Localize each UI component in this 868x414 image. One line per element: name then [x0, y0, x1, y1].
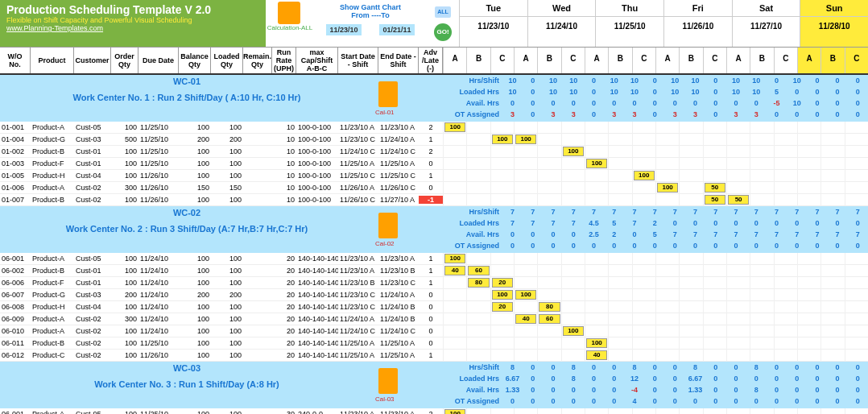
- app-title: Production Scheduling Template V 2.0: [6, 3, 259, 16]
- stat-cell: 0: [584, 375, 604, 383]
- stat-cell: 0: [807, 363, 827, 371]
- day-column: Tue11/23/10: [459, 0, 527, 47]
- gantt-cell: [585, 194, 608, 206]
- data-row[interactable]: 06-012 Product-C Cust-02 100 11/26/10 10…: [0, 350, 868, 362]
- cell-end: 11/25/10 C: [378, 172, 419, 180]
- data-row[interactable]: 01-002 Product-B Cust-01 100 11/25/10 10…: [0, 146, 868, 158]
- date-to-input[interactable]: 01/21/11: [379, 24, 414, 35]
- cell-loaded: 150: [211, 184, 243, 192]
- gantt-bar[interactable]: 100: [586, 338, 607, 348]
- data-row[interactable]: 06-011 Product-B Cust-02 100 11/25/10 10…: [0, 337, 868, 350]
- calendar-icon[interactable]: [378, 368, 398, 394]
- day-column: Sat11/27/10: [732, 0, 800, 47]
- stat-cell: 0: [584, 110, 604, 118]
- gantt-cell: [466, 289, 490, 301]
- calendar-icon[interactable]: [378, 213, 398, 238]
- stat-cell: 7: [502, 219, 523, 227]
- gantt-bar[interactable]: 60: [468, 266, 489, 275]
- gantt-bar[interactable]: 80: [468, 278, 489, 288]
- gantt-bar[interactable]: 20: [492, 302, 513, 312]
- gantt-cell: 100: [585, 337, 608, 350]
- cell-end: 11/25/10 A: [378, 351, 419, 359]
- stat-cell: 0: [705, 219, 725, 227]
- gantt-bar[interactable]: 50: [728, 195, 749, 205]
- shift-letter: C: [845, 48, 868, 73]
- gantt-bar[interactable]: 100: [492, 135, 513, 144]
- data-row[interactable]: 06-001 Product-A Cust-05 100 11/25/10 10…: [0, 408, 868, 414]
- gantt-bar[interactable]: 40: [586, 350, 607, 360]
- gantt-cell: [561, 158, 585, 170]
- data-row[interactable]: 01-004 Product-G Cust-03 500 11/25/10 20…: [0, 134, 868, 146]
- gantt-cell: [490, 350, 514, 362]
- gantt-bar[interactable]: 100: [563, 147, 584, 156]
- gantt-cell: [845, 337, 868, 350]
- gantt-cell: [490, 194, 514, 206]
- data-row[interactable]: 06-006 Product-F Cust-01 100 11/24/10 10…: [0, 277, 868, 289]
- day-name: Sat: [733, 0, 800, 17]
- all-button[interactable]: ALL: [435, 6, 451, 18]
- data-row[interactable]: 01-005 Product-H Cust-04 100 11/26/10 10…: [0, 170, 868, 182]
- day-name: Tue: [460, 0, 527, 17]
- stat-cell: 0: [807, 88, 827, 96]
- gantt-bar[interactable]: 100: [492, 290, 513, 300]
- gantt-bar[interactable]: 40: [515, 314, 536, 324]
- stat-cell: 0: [685, 242, 705, 250]
- stat-cell: 0: [848, 219, 868, 227]
- gantt-area: 2080: [443, 301, 868, 313]
- gantt-cell: [845, 277, 868, 289]
- gantt-bar[interactable]: 100: [444, 122, 465, 132]
- gantt-bar[interactable]: 100: [657, 183, 678, 193]
- stat-cell: 0: [705, 88, 725, 96]
- gantt-bar[interactable]: 100: [444, 409, 465, 415]
- cell-balance: 100: [179, 315, 211, 323]
- date-from-input[interactable]: 11/23/10: [326, 24, 361, 35]
- wc-description: Work Center No. 3 : Run 1 Shift/Day (A:8…: [2, 379, 372, 389]
- data-row[interactable]: 06-010 Product-A Cust-02 100 11/24/10 10…: [0, 325, 868, 337]
- cell-adv-late: 0: [419, 159, 443, 168]
- gantt-bar[interactable]: 50: [705, 183, 725, 193]
- column-headers: W/O No. Product Customer Order Qty Due D…: [0, 47, 868, 75]
- gantt-cell: [726, 170, 750, 182]
- gantt-bar[interactable]: 100: [515, 135, 536, 144]
- data-row[interactable]: 06-008 Product-H Cust-04 100 11/24/10 10…: [0, 301, 868, 313]
- cell-loaded: 200: [211, 135, 243, 143]
- stat-cell: 3: [665, 110, 685, 118]
- gantt-cell: [608, 134, 631, 146]
- gantt-bar[interactable]: 50: [705, 195, 725, 205]
- data-row[interactable]: 01-007 Product-B Cust-02 100 11/26/10 10…: [0, 194, 868, 206]
- gantt-cell: [845, 408, 868, 415]
- day-column: Thu11/25/10: [595, 0, 663, 47]
- cell-rate: 20: [272, 339, 296, 347]
- data-row[interactable]: 06-009 Product-A Cust-02 300 11/24/10 10…: [0, 313, 868, 325]
- cell-order-qty: 500: [111, 135, 138, 143]
- data-row[interactable]: 01-001 Product-A Cust-05 100 11/25/10 10…: [0, 122, 868, 134]
- gantt-bar[interactable]: 100: [515, 290, 536, 300]
- gantt-bar[interactable]: 60: [539, 314, 560, 324]
- data-row[interactable]: 06-007 Product-G Cust-03 200 11/24/10 20…: [0, 289, 868, 301]
- gantt-bar[interactable]: 100: [586, 159, 607, 168]
- calculation-button[interactable]: Calculation-ALL: [266, 0, 314, 47]
- go-button[interactable]: GO!: [434, 23, 452, 41]
- gantt-bar[interactable]: 100: [563, 326, 584, 336]
- cell-loaded: 100: [211, 410, 243, 414]
- gantt-bar[interactable]: 100: [444, 254, 465, 263]
- data-row[interactable]: 06-002 Product-B Cust-01 100 11/24/10 10…: [0, 265, 868, 277]
- data-row[interactable]: 01-003 Product-F Cust-01 100 11/25/10 10…: [0, 158, 868, 170]
- app-link[interactable]: www.Planning-Templates.com: [6, 24, 259, 32]
- calendar-icon[interactable]: [378, 81, 398, 107]
- cell-rate: 20: [272, 255, 296, 263]
- gantt-bar[interactable]: 20: [492, 278, 513, 288]
- gantt-bar[interactable]: 80: [539, 302, 560, 312]
- stat-cell: 0: [645, 386, 665, 394]
- gantt-bar[interactable]: 100: [634, 171, 655, 180]
- wc-calendar-label: Cal-02: [375, 240, 395, 247]
- gantt-cell: 40: [585, 350, 608, 362]
- stat-label: Loaded Hrs: [427, 375, 502, 383]
- gantt-cell: [845, 158, 868, 170]
- gantt-cell: [585, 301, 608, 313]
- data-row[interactable]: 01-006 Product-A Cust-02 300 11/26/10 15…: [0, 182, 868, 194]
- day-name: Wed: [528, 0, 596, 17]
- cell-start: 11/23/10 A: [338, 267, 378, 275]
- data-row[interactable]: 06-001 Product-A Cust-05 100 11/24/10 10…: [0, 253, 868, 265]
- gantt-bar[interactable]: 40: [444, 266, 465, 275]
